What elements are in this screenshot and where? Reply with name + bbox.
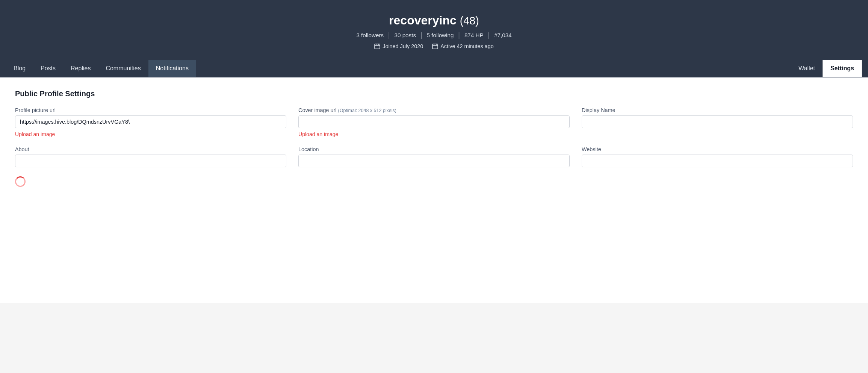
stat-divider-1: | (388, 31, 390, 39)
nav-wallet[interactable]: Wallet (791, 60, 823, 77)
profile-username: recoveryinc (48) (8, 14, 860, 27)
stat-divider-4: | (488, 31, 490, 39)
profile-nav: Blog Posts Replies Communities Notificat… (0, 60, 868, 77)
joined-text: Joined July 2020 (383, 43, 423, 49)
main-content: Public Profile Settings Profile picture … (0, 77, 868, 303)
nav-replies[interactable]: Replies (63, 60, 98, 77)
nav-posts[interactable]: Posts (33, 60, 63, 77)
profile-stats: 3 followers | 30 posts | 5 following | 8… (8, 31, 860, 39)
about-input[interactable] (15, 155, 286, 167)
nav-settings[interactable]: Settings (823, 60, 862, 77)
followers-count[interactable]: 3 followers (356, 32, 384, 38)
profile-picture-label: Profile picture url (15, 107, 286, 113)
loading-spinner (15, 176, 26, 187)
form-grid-top: Profile picture url Upload an image Cove… (15, 107, 853, 137)
svg-rect-4 (432, 44, 438, 49)
clock-icon (432, 43, 438, 49)
nav-notifications[interactable]: Notifications (148, 60, 196, 77)
joined-meta: Joined July 2020 (374, 43, 423, 49)
nav-blog[interactable]: Blog (6, 60, 33, 77)
profile-picture-upload-link[interactable]: Upload an image (15, 131, 286, 137)
form-grid-bottom: About Location Website (15, 146, 853, 167)
nav-right: Wallet Settings (791, 60, 862, 77)
cover-image-group: Cover image url (Optimal: 2048 x 512 pix… (298, 107, 570, 137)
location-label: Location (298, 146, 570, 152)
following-count[interactable]: 5 following (427, 32, 454, 38)
cover-image-input[interactable] (298, 115, 570, 128)
nav-left: Blog Posts Replies Communities Notificat… (6, 60, 196, 77)
location-input[interactable] (298, 155, 570, 167)
cover-image-label-text: Cover image url (298, 107, 337, 113)
website-group: Website (582, 146, 853, 167)
active-meta: Active 42 minutes ago (432, 43, 494, 49)
about-label: About (15, 146, 286, 152)
cover-image-note: (Optimal: 2048 x 512 pixels) (338, 108, 396, 113)
section-title: Public Profile Settings (15, 89, 853, 98)
website-label: Website (582, 146, 853, 152)
website-input[interactable] (582, 155, 853, 167)
profile-picture-group: Profile picture url Upload an image (15, 107, 286, 137)
calendar-icon (374, 43, 380, 49)
display-name-input[interactable] (582, 115, 853, 128)
rank-text: #7,034 (494, 32, 511, 38)
display-name-label: Display Name (582, 107, 853, 113)
stat-divider-2: | (420, 31, 422, 39)
profile-picture-input[interactable] (15, 115, 286, 128)
posts-count[interactable]: 30 posts (395, 32, 416, 38)
profile-header: recoveryinc (48) 3 followers | 30 posts … (0, 0, 868, 60)
cover-image-label: Cover image url (Optimal: 2048 x 512 pix… (298, 107, 570, 113)
about-group: About (15, 146, 286, 167)
location-group: Location (298, 146, 570, 167)
display-name-group: Display Name (582, 107, 853, 137)
hp-count: 874 HP (464, 32, 484, 38)
nav-communities[interactable]: Communities (98, 60, 148, 77)
svg-rect-0 (375, 44, 380, 49)
username-text: recoveryinc (389, 14, 457, 27)
stat-divider-3: | (458, 31, 460, 39)
cover-image-upload-link[interactable]: Upload an image (298, 131, 570, 137)
active-text: Active 42 minutes ago (440, 43, 494, 49)
reputation-text: (48) (460, 15, 479, 27)
profile-meta: Joined July 2020 Active 42 minutes ago (8, 43, 860, 49)
